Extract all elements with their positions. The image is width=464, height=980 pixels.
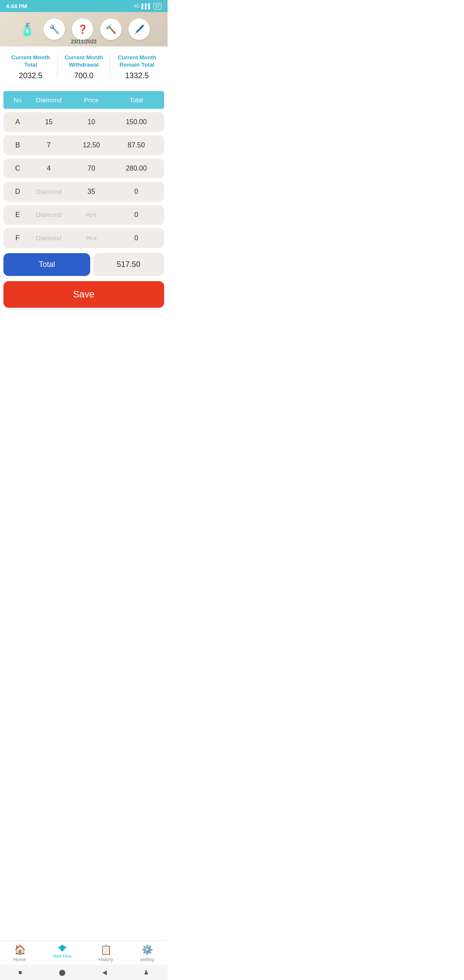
- row-0-no: A: [8, 118, 27, 126]
- status-bar: 4:44 PM 4G ▌▌▌ 97: [0, 0, 168, 12]
- remain-value: 1332.5: [110, 71, 163, 80]
- signal-bars: ▌▌▌: [141, 3, 151, 9]
- row-3-price[interactable]: 35: [70, 188, 113, 196]
- current-month-withdrawal: Current Month Withdrawal 700.0: [58, 54, 110, 80]
- row-3-diamond[interactable]: Diamond: [27, 188, 70, 195]
- row-0-total: 150.00: [113, 118, 160, 126]
- bottle-icon: 🧴: [18, 18, 37, 41]
- row-2-no: C: [8, 165, 27, 172]
- table-row[interactable]: A1510150.00: [3, 112, 164, 132]
- status-time: 4:44 PM: [6, 3, 27, 9]
- col-header-diamond: Diamond: [27, 96, 70, 104]
- row-1-no: B: [8, 141, 27, 149]
- row-1-price[interactable]: 12.50: [70, 141, 113, 149]
- row-5-total: 0: [113, 234, 160, 242]
- total-label: Current Month Total: [4, 54, 57, 69]
- row-5-no: F: [8, 234, 27, 242]
- tools-icon: 🔧: [43, 18, 65, 40]
- status-icons: 4G ▌▌▌ 97: [134, 3, 162, 9]
- header-banner: 🧴 🔧 ❓ 🔨 🖊️ 23/11/2022: [0, 12, 168, 46]
- row-2-price[interactable]: 70: [70, 165, 113, 172]
- row-0-price[interactable]: 10: [70, 118, 113, 126]
- battery-indicator: 97: [153, 3, 162, 9]
- row-4-diamond[interactable]: Diamond: [27, 211, 70, 218]
- withdrawal-label: Current Month Withdrawal: [58, 54, 110, 69]
- withdrawal-value: 700.0: [58, 71, 110, 80]
- screwdriver-icon: 🔨: [100, 18, 122, 40]
- header-icons: 🧴 🔧 ❓ 🔨 🖊️: [18, 18, 150, 41]
- table-row[interactable]: FDiamondભાવ0: [3, 228, 164, 248]
- 4g-icon: 4G: [134, 3, 140, 9]
- row-1-total: 87.50: [113, 141, 160, 149]
- table-row[interactable]: DDiamond350: [3, 182, 164, 202]
- table-row[interactable]: EDiamondભાવ0: [3, 205, 164, 225]
- current-month-total: Current Month Total 2032.5: [4, 54, 57, 80]
- current-month-remain: Current Month Remain Total 1332.5: [110, 54, 163, 80]
- summary-row: Current Month Total 2032.5 Current Month…: [0, 46, 168, 87]
- row-3-no: D: [8, 188, 27, 196]
- row-5-price[interactable]: ભાવ: [70, 234, 113, 242]
- table-row[interactable]: B712.5087.50: [3, 135, 164, 155]
- row-2-diamond[interactable]: 4: [27, 165, 70, 172]
- col-header-price: Price: [70, 96, 113, 104]
- question-icon: ❓: [72, 18, 93, 40]
- marker-icon: 🖊️: [128, 18, 150, 40]
- row-4-price[interactable]: ભાવ: [70, 211, 113, 219]
- col-header-total: Total: [113, 96, 160, 104]
- total-button[interactable]: Total: [3, 253, 90, 276]
- table-row[interactable]: C470280.00: [3, 159, 164, 178]
- row-2-total: 280.00: [113, 165, 160, 172]
- row-4-no: E: [8, 211, 27, 219]
- save-button[interactable]: Save: [3, 281, 164, 308]
- total-row: Total 517.50: [3, 253, 164, 276]
- row-0-diamond[interactable]: 15: [27, 118, 70, 126]
- row-1-diamond[interactable]: 7: [27, 141, 70, 149]
- total-value: 2032.5: [4, 71, 57, 80]
- row-3-total: 0: [113, 188, 160, 196]
- remain-label: Current Month Remain Total: [110, 54, 163, 69]
- table-body: A1510150.00B712.5087.50C470280.00DDiamon…: [0, 112, 168, 248]
- total-amount: 517.50: [93, 253, 164, 276]
- row-5-diamond[interactable]: Diamond: [27, 234, 70, 242]
- table-header: No Diamond Price Total: [3, 91, 164, 109]
- row-4-total: 0: [113, 211, 160, 219]
- header-date: 23/11/2022: [71, 39, 97, 45]
- col-header-no: No: [8, 96, 27, 104]
